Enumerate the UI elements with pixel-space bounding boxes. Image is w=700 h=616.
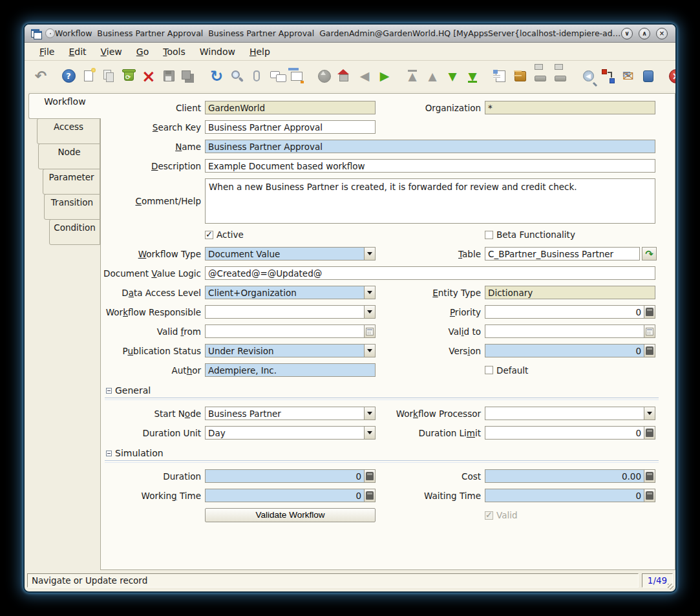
calculator-icon[interactable] xyxy=(644,306,655,318)
chevron-down-icon[interactable] xyxy=(644,407,655,420)
publication-status-label: Publication Status xyxy=(101,346,205,356)
chevron-down-icon[interactable] xyxy=(364,306,375,318)
cost-field[interactable]: 0.00 xyxy=(485,469,655,483)
valid-to-field[interactable] xyxy=(485,324,655,338)
menu-window[interactable]: Window xyxy=(194,45,241,59)
delete-selection-button[interactable]: × xyxy=(140,68,157,85)
tab-parameter[interactable]: Parameter xyxy=(43,169,100,195)
workflow-processor-select[interactable] xyxy=(485,407,655,420)
attachment-button[interactable] xyxy=(248,68,265,85)
data-access-level-select[interactable]: Client+Organization xyxy=(205,286,376,299)
section-simulation[interactable]: Simulation xyxy=(101,448,675,458)
table-zoom-button[interactable]: ↷ xyxy=(642,247,657,260)
collapse-icon[interactable] xyxy=(106,451,112,456)
tab-workflow[interactable]: Workflow xyxy=(28,93,101,119)
requests-button[interactable]: ✉ xyxy=(620,68,637,85)
chevron-down-icon[interactable] xyxy=(364,345,375,357)
collapse-icon[interactable] xyxy=(106,388,112,394)
version-field[interactable]: 0 xyxy=(485,344,655,357)
section-general[interactable]: General xyxy=(101,385,675,396)
chat-button[interactable] xyxy=(268,68,285,85)
menu-help[interactable]: Help xyxy=(244,45,276,59)
report-button[interactable] xyxy=(492,68,509,85)
active-checkbox[interactable] xyxy=(205,231,213,239)
first-record-button[interactable]: ▲ xyxy=(404,68,421,85)
menu-file[interactable]: File xyxy=(34,45,60,59)
author-field[interactable]: Adempiere, Inc. xyxy=(205,363,376,377)
priority-field[interactable]: 0 xyxy=(485,305,655,319)
save-copy-button[interactable] xyxy=(180,68,197,85)
duration-unit-select[interactable]: Day xyxy=(205,426,376,440)
calculator-icon[interactable] xyxy=(644,489,655,502)
waiting-time-field[interactable]: 0 xyxy=(485,489,655,502)
maximize-button[interactable]: ∧ xyxy=(639,28,650,39)
duration-field[interactable]: 0 xyxy=(205,469,376,483)
exit-button[interactable]: × xyxy=(668,68,677,85)
delete-record-button[interactable] xyxy=(120,68,137,85)
find-button[interactable] xyxy=(228,68,245,85)
previous-record-button[interactable]: ▲ xyxy=(424,68,441,85)
product-info-button[interactable] xyxy=(640,68,657,85)
duration-limit-field[interactable]: 0 xyxy=(485,426,655,440)
save-button[interactable] xyxy=(160,68,177,85)
history-button[interactable] xyxy=(316,68,333,85)
calendar-icon[interactable] xyxy=(644,325,655,337)
calculator-icon[interactable] xyxy=(364,489,375,502)
workflow-responsible-select[interactable] xyxy=(205,305,376,319)
menu-go[interactable]: Go xyxy=(131,45,154,59)
minimize-button[interactable]: ∨ xyxy=(621,28,633,39)
new-record-button[interactable] xyxy=(80,68,97,85)
table-field[interactable]: C_BPartner_Business Partner xyxy=(485,247,640,260)
calculator-icon[interactable] xyxy=(644,470,655,482)
title-bar[interactable]: Workflow Business Partner Approval Busin… xyxy=(25,25,675,43)
chat-icon xyxy=(270,71,280,78)
help-button[interactable]: ? xyxy=(60,68,77,85)
archive-button[interactable] xyxy=(512,68,529,85)
chevron-down-icon[interactable] xyxy=(364,248,375,260)
tab-transition[interactable]: Transition xyxy=(44,194,100,220)
working-time-field[interactable]: 0 xyxy=(205,489,376,502)
tab-node[interactable]: Node xyxy=(38,143,100,169)
print-button[interactable] xyxy=(552,68,569,85)
copy-record-button[interactable] xyxy=(100,68,117,85)
name-field[interactable]: Business Partner Approval xyxy=(205,140,655,153)
calculator-icon[interactable] xyxy=(364,470,375,482)
zoom-across-button[interactable]: ◀ xyxy=(580,68,597,85)
publication-status-select[interactable]: Under Revision xyxy=(205,344,376,357)
chevron-down-icon[interactable] xyxy=(364,286,375,299)
parent-record-button[interactable] xyxy=(336,68,353,85)
calculator-icon[interactable] xyxy=(644,345,655,357)
workflow-type-select[interactable]: Document Value xyxy=(205,247,376,260)
validate-workflow-button[interactable]: Validate Workflow xyxy=(205,508,376,522)
undo-button[interactable]: ↶ xyxy=(32,68,49,85)
menu-bar: File Edit View Go Tools Window Help xyxy=(25,43,675,61)
menu-tools[interactable]: Tools xyxy=(157,45,191,59)
menu-edit[interactable]: Edit xyxy=(63,45,92,59)
comment-help-field[interactable]: When a new Business Partner is created, … xyxy=(205,178,655,224)
close-button[interactable]: × xyxy=(656,28,668,39)
workflow-button[interactable] xyxy=(600,68,617,85)
valid-from-field[interactable] xyxy=(205,324,376,338)
start-node-select[interactable]: Business Partner xyxy=(205,407,376,420)
print-preview-button[interactable] xyxy=(532,68,549,85)
default-checkbox[interactable] xyxy=(485,366,493,374)
chevron-down-icon[interactable] xyxy=(364,407,375,420)
last-record-button[interactable]: ▼ xyxy=(464,68,481,85)
chevron-down-icon[interactable] xyxy=(364,427,375,439)
resize-grip[interactable] xyxy=(668,584,673,589)
detail-back-button[interactable]: ◀ xyxy=(356,68,373,85)
grid-toggle-button[interactable] xyxy=(288,68,305,85)
calendar-icon[interactable] xyxy=(364,325,375,337)
search-key-field[interactable]: Business Partner Approval xyxy=(205,120,376,134)
tab-access[interactable]: Access xyxy=(37,118,100,144)
refresh-button[interactable]: ↻ xyxy=(208,68,225,85)
beta-functionality-checkbox[interactable] xyxy=(485,231,493,239)
document-value-logic-field[interactable]: @Created@=@Updated@ xyxy=(205,266,655,280)
window-menu-button[interactable] xyxy=(45,28,55,38)
calculator-icon[interactable] xyxy=(644,427,655,439)
description-field[interactable]: Example Document based workflow xyxy=(205,159,655,173)
detail-forward-button[interactable]: ▶ xyxy=(376,68,393,85)
tab-condition[interactable]: Condition xyxy=(49,219,100,245)
menu-view[interactable]: View xyxy=(95,45,128,59)
next-record-button[interactable]: ▼ xyxy=(444,68,461,85)
